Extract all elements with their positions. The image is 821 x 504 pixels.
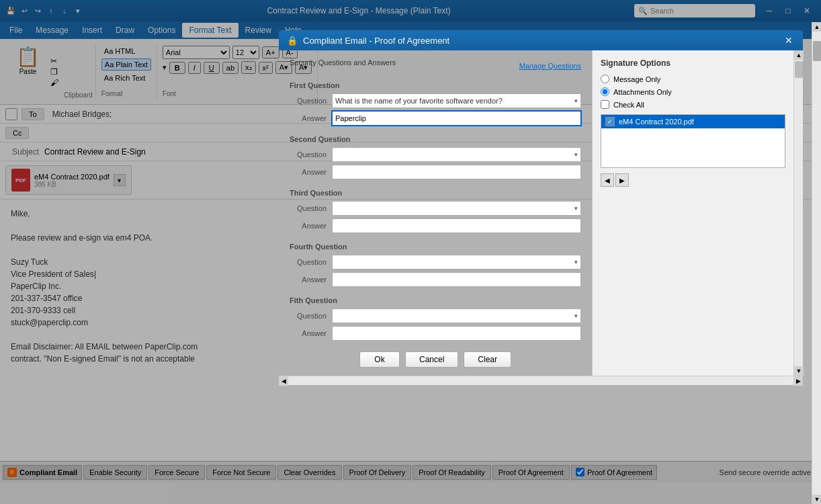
q1-dropdown-arrow: ▾: [574, 97, 578, 104]
first-question-label: First Question: [290, 81, 581, 89]
third-question-row: Question ▾: [290, 201, 581, 216]
modal-title-text: Compliant Email - Proof of Agreement: [303, 36, 783, 46]
modal-body: Security Questions and Answers Manage Qu…: [279, 50, 803, 376]
modal-scrollbar-thumb: [795, 61, 803, 78]
modal-scroll-up[interactable]: ▲: [794, 50, 804, 60]
fourth-answer-row: Answer: [290, 272, 581, 287]
q1-question-label: Question: [290, 97, 327, 105]
second-question-label: Second Question: [290, 135, 581, 143]
q5-dropdown[interactable]: ▾: [332, 308, 581, 323]
modal-left-panel: Security Questions and Answers Manage Qu…: [279, 50, 592, 376]
modal-header-row: Security Questions and Answers Manage Qu…: [290, 58, 581, 73]
modal-title-bar: 🔒 Compliant Email - Proof of Agreement ✕: [279, 30, 803, 50]
q4-answer-label: Answer: [290, 276, 327, 284]
q1-dropdown[interactable]: What is the name of your favorite softwa…: [332, 93, 581, 108]
q3-dropdown[interactable]: ▾: [332, 201, 581, 216]
q2-answer-input[interactable]: [332, 165, 581, 179]
q4-dropdown-arrow: ▾: [574, 259, 578, 265]
attachment-checkbox-0[interactable]: ✓: [605, 117, 615, 126]
second-question-row: Question ▾: [290, 147, 581, 162]
scroll-up-btn[interactable]: ▲: [812, 22, 821, 32]
q3-question-label: Question: [290, 204, 327, 212]
second-answer-row: Answer: [290, 165, 581, 179]
first-question-row: Question What is the name of your favori…: [290, 93, 581, 108]
q5-answer-label: Answer: [290, 329, 327, 337]
fifth-question-row: Question ▾: [290, 308, 581, 323]
q3-answer-input[interactable]: [332, 218, 581, 233]
modal-close-btn[interactable]: ✕: [783, 34, 795, 46]
q5-question-label: Question: [290, 312, 327, 320]
third-answer-row: Answer: [290, 218, 581, 233]
q3-answer-label: Answer: [290, 222, 327, 230]
right-panel-scrollbar: ▲ ▼: [812, 22, 821, 504]
q2-question-label: Question: [290, 151, 327, 159]
attachment-list-item-0[interactable]: ✓ eM4 Contract 2020.pdf: [601, 115, 785, 128]
q1-answer-label: Answer: [290, 114, 327, 122]
ok-btn[interactable]: Ok: [359, 351, 400, 368]
fifth-question-block: Fith Question Question ▾ Answer: [290, 296, 581, 341]
q1-dropdown-text: What is the name of your favorite softwa…: [335, 97, 574, 105]
scrollbar-thumb: [813, 41, 821, 61]
q4-dropdown[interactable]: ▾: [332, 255, 581, 269]
clear-btn[interactable]: Clear: [464, 351, 511, 368]
modal-overlay: 🔒 Compliant Email - Proof of Agreement ✕…: [0, 0, 821, 504]
message-only-radio[interactable]: [601, 75, 609, 83]
first-answer-row: Answer: [290, 111, 581, 126]
modal-right-panel: Signature Options Message Only Attachmen…: [592, 50, 793, 376]
modal-scroll-down[interactable]: ▼: [794, 366, 804, 376]
fourth-question-block: Fourth Question Question ▾ Answer: [290, 243, 581, 287]
attachments-only-label: Attachments Only: [613, 88, 672, 96]
message-only-row: Message Only: [601, 75, 785, 83]
modal-bottom-scrollbar: ◀ ▶: [279, 376, 803, 385]
list-nav: ◀ ▶: [601, 173, 785, 187]
first-question-block: First Question Question What is the name…: [290, 81, 581, 126]
message-only-label: Message Only: [613, 75, 660, 83]
manage-questions-link[interactable]: Manage Questions: [519, 62, 581, 70]
q2-dropdown[interactable]: ▾: [332, 147, 581, 162]
q5-dropdown-arrow: ▾: [574, 312, 578, 319]
check-all-row: Check All: [601, 100, 785, 109]
fifth-answer-row: Answer: [290, 326, 581, 341]
q4-question-label: Question: [290, 258, 327, 266]
check-all-label: Check All: [613, 101, 644, 109]
fifth-question-label: Fith Question: [290, 296, 581, 304]
fourth-question-label: Fourth Question: [290, 243, 581, 251]
third-question-label: Third Question: [290, 189, 581, 197]
attachments-only-row: Attachments Only: [601, 87, 785, 96]
modal-scrollbar: ▲ ▼: [793, 50, 803, 376]
third-question-block: Third Question Question ▾ Answer: [290, 189, 581, 233]
attachments-only-radio[interactable]: [601, 87, 609, 96]
q5-answer-input[interactable]: [332, 326, 581, 341]
cancel-btn[interactable]: Cancel: [405, 351, 458, 368]
attachment-list-name-0: eM4 Contract 2020.pdf: [619, 118, 694, 126]
modal-buttons: Ok Cancel Clear: [290, 351, 581, 368]
q2-answer-label: Answer: [290, 168, 327, 176]
scroll-down-btn[interactable]: ▼: [812, 495, 821, 504]
modal-title-icon: 🔒: [287, 36, 298, 46]
check-all-checkbox[interactable]: [601, 100, 609, 109]
second-question-block: Second Question Question ▾ Answer: [290, 135, 581, 179]
modal-scroll-right[interactable]: ▶: [793, 376, 803, 386]
modal-scroll-left[interactable]: ◀: [279, 376, 288, 386]
attachments-list[interactable]: ✓ eM4 Contract 2020.pdf: [601, 114, 785, 168]
signature-options-panel: Signature Options Message Only Attachmen…: [593, 50, 793, 376]
list-next-btn[interactable]: ▶: [615, 173, 629, 187]
modal-wrapper: 🔒 Compliant Email - Proof of Agreement ✕…: [279, 30, 803, 385]
q1-answer-input[interactable]: [332, 111, 581, 126]
signature-options-title: Signature Options: [601, 58, 785, 68]
list-prev-btn[interactable]: ◀: [601, 173, 614, 187]
fourth-question-row: Question ▾: [290, 255, 581, 269]
security-questions-title: Security Questions and Answers: [290, 58, 396, 67]
q3-dropdown-arrow: ▾: [574, 205, 578, 212]
q4-answer-input[interactable]: [332, 272, 581, 287]
q2-dropdown-arrow: ▾: [574, 151, 578, 158]
